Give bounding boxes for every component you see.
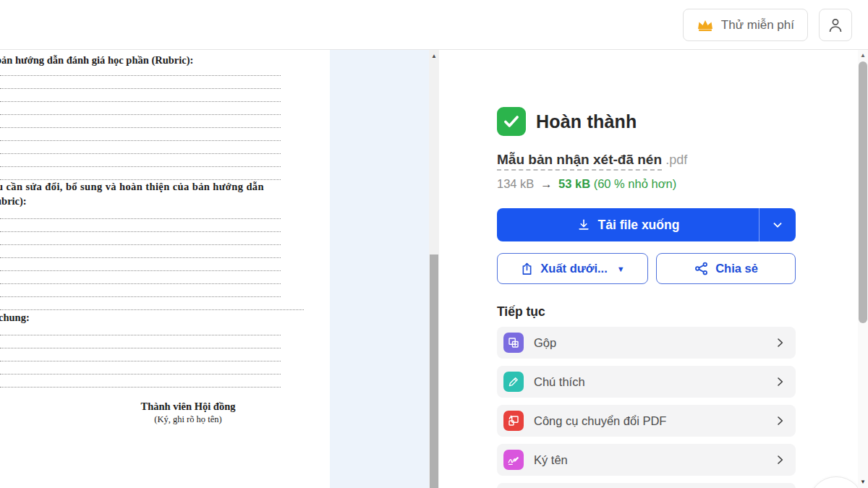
chevron-right-icon	[774, 337, 786, 348]
caret-down-icon: ▼	[617, 265, 625, 273]
page-scrollbar[interactable]: ▲ ▼	[858, 50, 868, 488]
scroll-up-icon[interactable]: ▲	[429, 51, 439, 61]
scroll-up-icon[interactable]: ▲	[858, 51, 868, 61]
size-before: 134 kB	[497, 177, 534, 190]
tool-row-annotate[interactable]: Chú thích	[497, 366, 796, 398]
share-button[interactable]: Chia sẻ	[656, 253, 796, 284]
tool-row-merge[interactable]: Gộp	[497, 327, 796, 359]
crown-icon	[697, 18, 714, 33]
doc-signature-title: Thành viên Hội đồng	[94, 401, 282, 413]
tool-row-partial[interactable]	[497, 483, 796, 488]
chevron-right-icon	[774, 376, 786, 388]
tool-label: Gộp	[534, 336, 764, 350]
secondary-actions-row: Xuất dưới... ▼ Chia sẻ	[497, 253, 796, 284]
chevron-down-icon	[771, 218, 784, 231]
size-after: 53 kB	[558, 177, 590, 190]
top-bar: Thử miễn phí	[0, 0, 868, 50]
scroll-down-icon[interactable]: ▼	[858, 477, 868, 487]
share-label: Chia sẻ	[715, 262, 758, 275]
convert-icon	[503, 411, 524, 431]
status-row: Hoàn thành	[497, 107, 637, 136]
merge-icon	[503, 333, 524, 353]
tool-row-convert[interactable]: Công cụ chuyển đổi PDF	[497, 405, 796, 437]
chevron-right-icon	[774, 454, 786, 466]
share-icon	[694, 261, 709, 276]
try-free-button[interactable]: Thử miễn phí	[683, 9, 808, 41]
account-button[interactable]	[819, 9, 852, 41]
file-size-row: 134 kB → 53 kB (60 % nhỏ hơn)	[497, 177, 676, 191]
tool-label: Ký tên	[534, 453, 764, 467]
doc-dotted-lines-3	[0, 322, 281, 388]
export-icon	[520, 262, 534, 276]
status-title: Hoàn thành	[536, 111, 637, 132]
app-window: Thử miễn phí bản hướng dẫn đánh giá học …	[0, 0, 868, 488]
tool-label: Công cụ chuyển đổi PDF	[534, 414, 764, 428]
doc-signature-block: Thành viên Hội đồng (Ký, ghi rõ họ tên)	[94, 401, 282, 425]
chevron-right-icon	[774, 415, 786, 427]
download-button[interactable]: Tải file xuống	[497, 208, 760, 241]
success-check-icon	[497, 107, 526, 136]
download-split-button: Tải file xuống	[497, 208, 796, 241]
file-extension: .pdf	[665, 153, 687, 167]
sign-icon	[503, 450, 524, 470]
tool-row-sign[interactable]: Ký tên	[497, 444, 796, 476]
try-free-label: Thử miễn phí	[721, 18, 794, 33]
export-as-button[interactable]: Xuất dưới... ▼	[497, 253, 648, 284]
continue-heading: Tiếp tục	[497, 304, 545, 320]
arrow-right-icon: →	[537, 177, 556, 190]
file-name[interactable]: Mẫu bản nhận xét-đã nén	[497, 152, 662, 171]
tool-label: Chú thích	[534, 375, 764, 389]
doc-heading-2-line1: u cần sửa đổi, bổ sung và hoàn thiện của…	[0, 181, 264, 193]
download-options-button[interactable]	[760, 208, 796, 241]
preview-scrollbar[interactable]: ▲	[429, 50, 439, 488]
preview-scrollbar-thumb[interactable]	[430, 254, 438, 488]
size-note: (60 % nhỏ hơn)	[594, 177, 676, 190]
download-icon	[576, 218, 591, 232]
export-label: Xuất dưới...	[540, 262, 607, 275]
doc-dotted-lines-2	[0, 206, 304, 310]
doc-dotted-lines-1	[0, 63, 281, 180]
file-row: Mẫu bản nhận xét-đã nén .pdf	[497, 152, 687, 168]
help-bubble[interactable]	[809, 476, 864, 488]
page-scrollbar-thumb[interactable]	[859, 61, 867, 323]
download-label: Tải file xuống	[598, 218, 680, 233]
person-icon	[827, 17, 844, 34]
pdf-preview-page: bản hướng dẫn đánh giá học phần (Rubric)…	[0, 50, 330, 488]
preview-gutter	[330, 50, 429, 488]
annotate-icon	[503, 372, 524, 392]
doc-signature-subtitle: (Ký, ghi rõ họ tên)	[94, 414, 282, 425]
